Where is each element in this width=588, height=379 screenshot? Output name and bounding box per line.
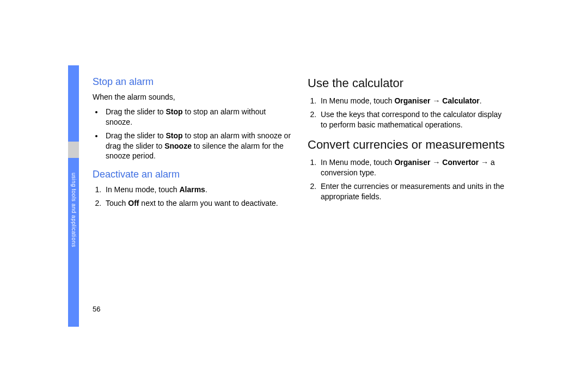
bold-text: Off bbox=[128, 199, 139, 207]
side-tab: using tools and applications bbox=[68, 163, 79, 256]
list-item: Touch Off next to the alarm you want to … bbox=[103, 198, 291, 209]
side-tab-label: using tools and applications bbox=[71, 173, 77, 247]
text: Drag the slider to bbox=[106, 107, 166, 116]
bold-text: Calculator bbox=[442, 96, 479, 105]
text: Touch bbox=[106, 199, 128, 207]
text: . bbox=[205, 185, 207, 194]
text: → bbox=[431, 158, 443, 167]
bold-text: Alarms bbox=[179, 185, 205, 194]
bold-text: Snooze bbox=[164, 142, 192, 150]
bold-text: Organiser bbox=[394, 96, 430, 105]
list-item: In Menu mode, touch Organiser → Calculat… bbox=[318, 96, 506, 106]
bold-text: Stop bbox=[166, 107, 183, 116]
text: In Menu mode, touch bbox=[321, 158, 394, 167]
text: → bbox=[431, 96, 443, 105]
accent-bar-top bbox=[68, 65, 79, 142]
text: . bbox=[480, 96, 482, 105]
heading-deactivate-alarm: Deactivate an alarm bbox=[93, 169, 291, 180]
list-item: Enter the currencies or measurements and… bbox=[318, 181, 506, 202]
stop-alarm-bullets: Drag the slider to Stop to stop an alarm… bbox=[93, 107, 291, 161]
list-item: Drag the slider to Stop to stop an alarm… bbox=[103, 131, 291, 162]
heading-stop-alarm: Stop an alarm bbox=[93, 76, 291, 88]
left-column: Stop an alarm When the alarm sounds, Dra… bbox=[93, 76, 291, 216]
text: next to the alarm you want to deactivate… bbox=[139, 199, 278, 207]
list-item: Drag the slider to Stop to stop an alarm… bbox=[103, 107, 291, 127]
convert-steps: In Menu mode, touch Organiser → Converto… bbox=[308, 157, 506, 202]
deactivate-alarm-steps: In Menu mode, touch Alarms. Touch Off ne… bbox=[93, 185, 291, 209]
bold-text: Stop bbox=[166, 131, 183, 140]
calculator-steps: In Menu mode, touch Organiser → Calculat… bbox=[308, 96, 506, 130]
bold-text: Organiser bbox=[394, 158, 430, 167]
text: Use the keys that correspond to the calc… bbox=[321, 110, 501, 129]
text: Drag the slider to bbox=[106, 131, 166, 140]
heading-convert: Convert currencies or measurements bbox=[308, 138, 506, 152]
list-item: Use the keys that correspond to the calc… bbox=[318, 109, 506, 130]
text: In Menu mode, touch bbox=[106, 185, 179, 194]
stop-alarm-intro: When the alarm sounds, bbox=[93, 92, 291, 102]
page-content: Stop an alarm When the alarm sounds, Dra… bbox=[93, 76, 523, 216]
heading-calculator: Use the calculator bbox=[308, 76, 506, 90]
page-number: 56 bbox=[93, 305, 100, 313]
accent-bar-gap bbox=[68, 142, 79, 158]
text: In Menu mode, touch bbox=[321, 96, 394, 105]
list-item: In Menu mode, touch Organiser → Converto… bbox=[318, 157, 506, 178]
text: Enter the currencies or measurements and… bbox=[321, 182, 504, 201]
right-column: Use the calculator In Menu mode, touch O… bbox=[308, 76, 506, 216]
list-item: In Menu mode, touch Alarms. bbox=[103, 185, 291, 195]
bold-text: Convertor bbox=[442, 158, 479, 167]
